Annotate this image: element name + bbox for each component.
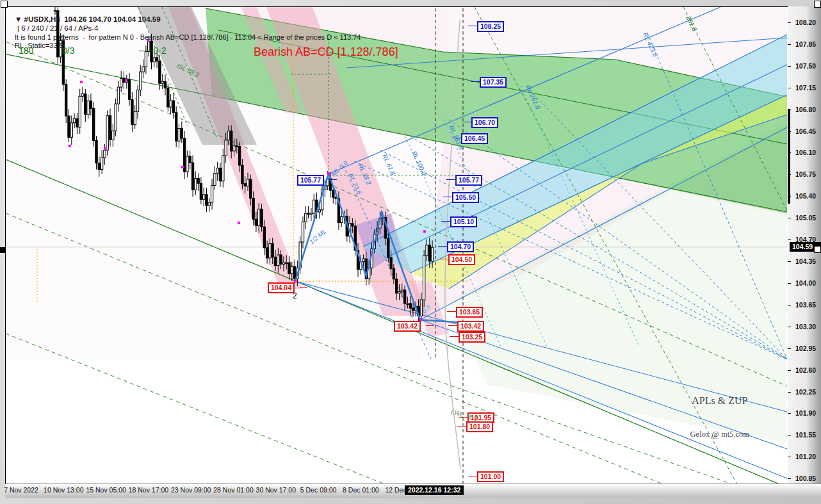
y-tick-102.25: 102.25	[795, 388, 816, 396]
time-axis[interactable]: 7 Nov 202210 Nov 13:0015 Nov 05:0018 Nov…	[5, 484, 821, 498]
label-tick	[426, 325, 434, 326]
y-tick-104.35: 104.35	[795, 257, 816, 265]
price-label-105.50[interactable]: 105.50	[452, 192, 479, 203]
y-tick-mark	[788, 261, 791, 262]
y-tick-102.60: 102.60	[795, 366, 816, 374]
window-handle-topleft-icon[interactable]	[1, 1, 8, 8]
y-tick-mark	[788, 435, 791, 435]
window-marker-left-icon	[0, 247, 5, 253]
y-tick-mark	[788, 88, 791, 88]
y-tick-mark	[788, 457, 791, 457]
price-axis[interactable]: 108.20107.85107.50107.15106.80106.45106.…	[788, 6, 821, 484]
label-tick	[468, 476, 477, 476]
price-label-105.10[interactable]: 105.10	[450, 216, 477, 227]
x-tick: 7 Nov 2022	[4, 486, 38, 494]
y-tick-107.50: 107.50	[795, 62, 816, 70]
label-tick	[443, 197, 452, 197]
y-tick-105.40: 105.40	[795, 192, 816, 200]
label-tick	[441, 221, 450, 222]
symbol-ohlc-line: ▼ #USDX,H4 104.26 104.70 104.04 104.59	[15, 15, 161, 23]
y-tick-mark	[788, 218, 791, 218]
y-tick-101.20: 101.20	[795, 453, 816, 460]
y-tick-107.15: 107.15	[795, 84, 816, 92]
price-label-107.35[interactable]: 107.35	[480, 77, 507, 88]
label-tick	[438, 246, 447, 247]
x-tick: 10 Nov 13:00	[44, 486, 83, 494]
chart-canvas[interactable]	[6, 7, 788, 484]
chart-plot-area[interactable]: ▼ #USDX,H4 104.26 104.70 104.04 104.59 |…	[5, 6, 788, 485]
y-tick-mark	[788, 66, 791, 67]
y-tick-106.45: 106.45	[795, 127, 816, 135]
label-tick	[450, 336, 459, 337]
y-tick-100.85: 100.85	[795, 475, 816, 482]
y-tick-mark	[788, 370, 791, 371]
y-tick-105.75: 105.75	[795, 170, 816, 178]
label-tick	[329, 179, 337, 180]
window-handle-topright-icon[interactable]	[814, 1, 821, 8]
y-tick-mark	[788, 327, 791, 327]
price-label-103.25[interactable]: 103.25	[459, 332, 485, 343]
annotation-0-2: -----0-2	[138, 45, 167, 56]
y-tick-mark	[788, 22, 791, 23]
price-label-106.70[interactable]: 106.70	[471, 117, 498, 128]
pattern-found-line: It is found 1 patterns - for pattern N 0…	[15, 33, 361, 41]
y-tick-108.20: 108.20	[795, 19, 816, 26]
y-tick-mark	[788, 283, 791, 284]
watermark: APLs & ZUP Gelox @ mt5.com	[690, 372, 749, 462]
annotation-0-3: 0/3	[62, 45, 74, 56]
price-label-104.04[interactable]: 104.04	[268, 282, 295, 293]
price-label-103.65[interactable]: 103.65	[456, 307, 483, 318]
price-label-101.80[interactable]: 101.80	[466, 421, 493, 432]
x-tick: 5 Dec 09:00	[300, 486, 337, 494]
label-tick	[468, 26, 477, 26]
price-label-108.25[interactable]: 108.25	[477, 21, 504, 32]
y-tick-mark	[788, 348, 791, 349]
y-tick-mark	[788, 478, 791, 479]
x-tick: 8 Dec 01:00	[343, 486, 379, 494]
price-label-103.42[interactable]: 103.42	[457, 321, 484, 332]
x-tick: 15 Nov 05:00	[86, 486, 126, 494]
price-label-105.77[interactable]: 105.77	[297, 175, 324, 186]
y-tick-106.80: 106.80	[795, 106, 816, 113]
y-tick-mark	[788, 44, 791, 45]
pattern-title: Bearish AB=CD [1.128/.786]	[254, 45, 398, 59]
label-tick	[439, 259, 448, 259]
label-tick	[300, 287, 307, 288]
price-label-103.42[interactable]: 103.42	[394, 321, 421, 332]
y-tick-104.00: 104.00	[795, 279, 816, 287]
y-tick-mark	[788, 305, 791, 305]
axis-range-bar[interactable]	[788, 109, 790, 204]
y-tick-mark	[788, 392, 791, 393]
y-tick-101.55: 101.55	[795, 431, 816, 439]
price-label-104.50[interactable]: 104.50	[448, 254, 475, 265]
price-label-106.45[interactable]: 106.45	[461, 133, 488, 144]
window-handle-right-icon[interactable]	[814, 246, 821, 253]
price-label-104.70[interactable]: 104.70	[447, 241, 474, 252]
price-label-105.77[interactable]: 105.77	[455, 175, 482, 186]
x-tick: 30 Nov 17:00	[256, 486, 296, 494]
collapse-triangle-icon[interactable]: ▼	[15, 15, 24, 23]
y-tick-102.95: 102.95	[795, 345, 816, 352]
label-tick	[446, 179, 455, 180]
price-label-101.00[interactable]: 101.00	[477, 471, 504, 482]
x-tick: 28 Nov 01:00	[213, 486, 253, 494]
mt5-chart-window: ▼ #USDX,H4 104.26 104.70 104.04 104.59 |…	[0, 0, 821, 504]
y-tick-105.05: 105.05	[795, 214, 816, 222]
label-tick	[462, 122, 471, 122]
label-tick	[448, 325, 457, 326]
y-tick-103.30: 103.30	[795, 323, 816, 330]
y-tick-101.90: 101.90	[795, 409, 816, 417]
y-tick-106.10: 106.10	[795, 149, 816, 156]
y-tick-107.85: 107.85	[795, 40, 816, 48]
label-tick	[457, 426, 466, 427]
label-tick	[447, 311, 456, 312]
annotation-180: 180	[19, 45, 33, 56]
current-time-badge: 2022.12.16 12:32	[405, 485, 464, 495]
label-tick	[471, 81, 480, 82]
x-tick: 18 Nov 17:00	[129, 486, 168, 494]
y-tick-mark	[788, 240, 791, 240]
indicator-params-line: | 6 / 240 / 21 / 64 / APs-4	[17, 24, 98, 32]
y-tick-103.65: 103.65	[795, 301, 816, 309]
x-tick: 23 Nov 09:00	[171, 486, 211, 494]
y-tick-mark	[788, 413, 791, 414]
